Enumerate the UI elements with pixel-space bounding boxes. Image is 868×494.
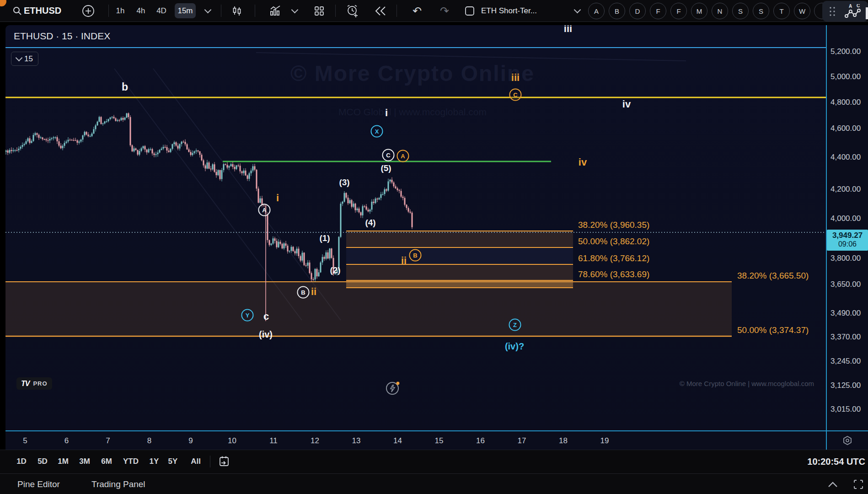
letter-button-d-2[interactable]: D [629,3,646,19]
wave-circle-label-z[interactable]: Z [509,319,521,331]
save-layout-checkbox-icon[interactable] [463,0,477,21]
letter-button-f-4[interactable]: F [670,3,687,19]
wave-label-iii[interactable]: iii [564,25,572,35]
trading-panel-tab[interactable]: Trading Panel [91,474,145,494]
wave-circle-label-a[interactable]: A [397,150,409,162]
axis-settings-corner[interactable] [827,431,868,450]
layout-grid-icon[interactable] [312,0,327,21]
range-separator [210,456,210,467]
search-icon[interactable] [12,0,23,21]
range-3m[interactable]: 3M [79,450,90,473]
interval-dropdown-button[interactable]: 15 [11,52,38,66]
pane-border-right[interactable] [826,25,827,450]
toolbar-separator [221,5,221,17]
wave-label-1[interactable]: (1) [319,233,330,243]
symbol-search-button[interactable]: ETHUSD [24,0,70,21]
watchlist-zigzag-icon[interactable]: AC [842,0,863,22]
timeframe-4h[interactable]: 4h [133,0,149,21]
range-5d[interactable]: 5D [38,450,48,473]
range-all[interactable]: All [191,450,201,473]
wave-label-4[interactable]: (4) [365,218,375,228]
layout-chevron-down-icon[interactable] [573,0,582,21]
indicators-icon[interactable] [268,0,283,21]
wave-label-ii[interactable]: ii [311,286,316,298]
range-6m[interactable]: 6M [101,450,112,473]
session-status-icon[interactable] [384,380,401,396]
wave-label-ii[interactable]: ii [401,255,407,267]
wave-circle-label-b[interactable]: B [409,249,422,262]
letter-button-t-9[interactable]: T [773,3,790,19]
fib-level-label: 38.20% (3,960.35) [578,220,649,230]
symbol-legend[interactable]: ETHUSD · 15 · INDEX [14,31,110,42]
tradingview-logo[interactable]: TV PRO [16,377,52,390]
wave-label-3[interactable]: (3) [339,177,349,188]
compare-add-icon[interactable] [80,0,96,21]
wave-label-i[interactable]: i [276,192,279,204]
fib-level-label: 61.80% (3,766.12) [578,253,649,263]
redo-icon[interactable]: ↷ [437,0,452,21]
wave-label-b[interactable]: b [122,81,128,93]
account-avatar[interactable] [0,0,6,6]
last-price-tag: 3,949.27 09:06 [827,230,868,251]
timeframe-1h[interactable]: 1h [113,0,128,21]
undo-icon[interactable]: ↶ [410,0,424,21]
wave-label-2[interactable]: (2) [330,265,340,275]
alert-clock-plus-icon[interactable] [345,0,360,21]
layout-name-button[interactable]: ETH Short-Ter... [481,0,563,21]
wave-label-c[interactable]: c [263,311,269,322]
wave-circle-label-a[interactable]: A [258,204,271,216]
wave-circle-label-y[interactable]: Y [241,309,254,322]
wave-label-iii[interactable]: iii [511,72,520,84]
chart-pane[interactable]: © More Crypto Online MCO Global | www.mc… [5,25,868,450]
last-price-value: 3,949.27 [827,231,868,240]
letter-button-f-3[interactable]: F [650,3,666,19]
chart-type-candles-icon[interactable] [230,0,244,21]
hexagon-settings-icon[interactable] [842,435,852,446]
letter-button-s-7[interactable]: S [732,3,749,19]
collapse-chevron-up-icon[interactable] [826,474,840,494]
fullscreen-icon[interactable] [852,474,865,494]
letter-button-w-10[interactable]: W [794,3,810,19]
wave-label-iv[interactable]: (iv)? [505,341,524,352]
wave-label-5[interactable]: (5) [380,163,391,173]
price-axis[interactable]: 5,200.005,000.004,800.004,600.004,400.00… [827,25,868,450]
timeframe-chevron-down-icon[interactable] [203,0,212,21]
wave-label-iv[interactable]: (iv) [259,329,273,340]
range-1y[interactable]: 1Y [150,450,159,473]
wave-circle-label-b[interactable]: B [297,286,310,299]
pine-editor-tab[interactable]: Pine Editor [17,474,60,494]
timeframe-4d[interactable]: 4D [154,0,169,21]
wave-label-iv[interactable]: iv [579,156,587,168]
time-axis-label: 5 [23,436,27,446]
tv-logo-mark: TV [21,380,29,388]
letter-button-a-0[interactable]: A [588,3,605,19]
tradingview-app: ETHUSD 1h 4h 4D 15m ↶ ↷ [0,0,868,494]
go-to-date-icon[interactable] [217,450,231,473]
letter-button-m-5[interactable]: M [691,3,707,19]
toolbar-separator [396,5,397,17]
timeframe-15m-selected[interactable]: 15m [175,3,196,18]
indicators-chevron-down-icon[interactable] [290,0,299,21]
range-5y[interactable]: 5Y [168,450,178,473]
letter-button-b-1[interactable]: B [609,3,625,19]
bar-replay-icon[interactable] [373,0,388,21]
drag-handle-icon[interactable] [827,0,838,22]
wave-circle-label-c[interactable]: C [509,89,522,101]
time-axis-label: 19 [600,436,609,446]
wave-label-iv[interactable]: iv [622,98,631,110]
range-1m[interactable]: 1M [58,450,69,473]
price-axis-label: 3,800.00 [830,254,861,263]
letter-button-n-6[interactable]: N [712,3,728,19]
range-1d[interactable]: 1D [16,450,27,473]
wave-label-i[interactable]: i [385,107,388,119]
fib-level-label: 78.60% (3,633.69) [578,269,649,279]
letter-button-s-8[interactable]: S [753,3,769,19]
wave-circle-label-x[interactable]: X [371,125,383,138]
range-ytd[interactable]: YTD [123,450,139,473]
wave-circle-label-c[interactable]: C [382,149,395,161]
price-axis-label: 5,000.00 [830,72,861,81]
clock-utc[interactable]: 10:20:54 UTC [807,450,865,473]
time-axis[interactable]: 5678910111213141516171819 [5,431,826,450]
fib-level-label: 38.20% (3,665.50) [737,271,809,281]
pane-border-bottom[interactable] [5,430,868,431]
